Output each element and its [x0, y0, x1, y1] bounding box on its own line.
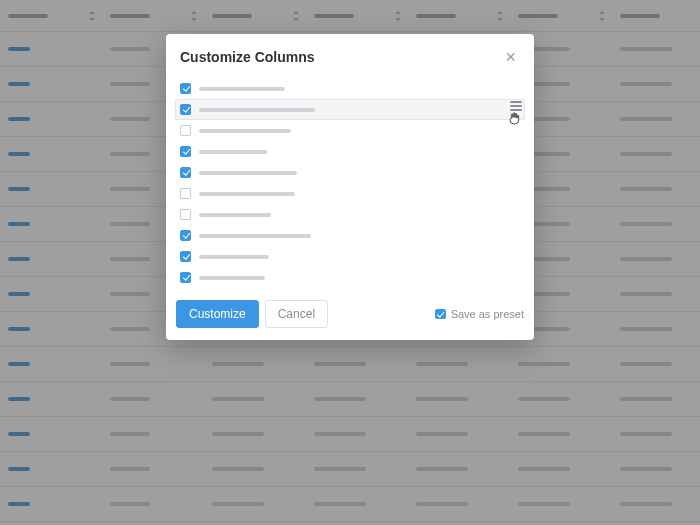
column-label-placeholder: [199, 213, 271, 217]
column-checkbox[interactable]: [180, 272, 191, 283]
column-label-placeholder: [199, 234, 311, 238]
column-option-row[interactable]: [176, 246, 524, 267]
column-label-placeholder: [199, 129, 291, 133]
save-as-preset[interactable]: Save as preset: [435, 308, 524, 320]
column-checkbox[interactable]: [180, 230, 191, 241]
column-label-placeholder: [199, 150, 267, 154]
column-checkbox[interactable]: [180, 104, 191, 115]
customize-columns-dialog: Customize Columns × Customize Cancel Sav…: [166, 34, 534, 340]
column-checkbox[interactable]: [180, 209, 191, 220]
column-label-placeholder: [199, 171, 297, 175]
column-label-placeholder: [199, 108, 315, 112]
column-label-placeholder: [199, 276, 265, 280]
cancel-button[interactable]: Cancel: [265, 300, 328, 328]
dialog-title: Customize Columns: [180, 49, 315, 65]
column-checkbox[interactable]: [180, 167, 191, 178]
column-option-row[interactable]: [176, 78, 524, 99]
column-label-placeholder: [199, 87, 285, 91]
column-option-row[interactable]: [175, 99, 525, 120]
column-list: [166, 78, 534, 292]
column-label-placeholder: [199, 255, 269, 259]
dialog-footer: Customize Cancel Save as preset: [166, 292, 534, 340]
modal-overlay: Customize Columns × Customize Cancel Sav…: [0, 0, 700, 525]
column-label-placeholder: [199, 192, 295, 196]
column-checkbox[interactable]: [180, 146, 191, 157]
save-preset-label: Save as preset: [451, 308, 524, 320]
column-checkbox[interactable]: [180, 83, 191, 94]
column-option-row[interactable]: [176, 183, 524, 204]
close-button[interactable]: ×: [501, 46, 520, 68]
customize-button[interactable]: Customize: [176, 300, 259, 328]
column-option-row[interactable]: [176, 120, 524, 141]
column-option-row[interactable]: [176, 225, 524, 246]
save-preset-checkbox[interactable]: [435, 309, 446, 319]
column-option-row[interactable]: [176, 162, 524, 183]
column-option-row[interactable]: [176, 141, 524, 162]
dialog-header: Customize Columns ×: [166, 34, 534, 78]
column-checkbox[interactable]: [180, 125, 191, 136]
column-option-row[interactable]: [176, 267, 524, 288]
column-option-row[interactable]: [176, 204, 524, 225]
column-checkbox[interactable]: [180, 251, 191, 262]
column-checkbox[interactable]: [180, 188, 191, 199]
